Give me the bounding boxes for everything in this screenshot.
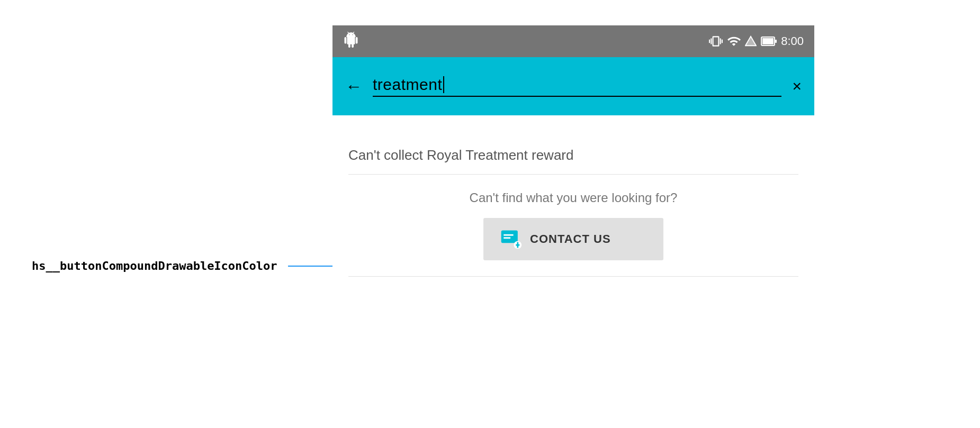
android-icon (343, 32, 359, 51)
text-cursor (443, 76, 444, 93)
svg-rect-2 (775, 40, 777, 43)
contact-section: Can't find what you were looking for? (348, 175, 798, 277)
search-input-container: treatment (373, 76, 781, 97)
vibrate-icon (709, 34, 723, 48)
cant-find-text: Can't find what you were looking for? (348, 190, 798, 205)
status-time: 8:00 (781, 34, 804, 48)
svg-rect-1 (762, 38, 774, 44)
svg-rect-5 (504, 237, 510, 239)
contact-icon (499, 227, 523, 251)
contact-us-button[interactable]: CONTACT US (483, 218, 663, 260)
signal-icon (745, 34, 757, 48)
search-text: treatment (373, 76, 442, 94)
contact-btn-label: CONTACT US (530, 232, 611, 246)
result-item[interactable]: Can't collect Royal Treatment reward (348, 136, 798, 175)
contact-btn-wrapper: CONTACT US (348, 218, 798, 260)
wifi-icon (727, 34, 741, 48)
annotation-text: hs__buttonCompoundDrawableIconColor (32, 259, 277, 272)
content-area: Can't collect Royal Treatment reward Can… (332, 115, 814, 298)
status-bar-left (343, 32, 359, 51)
svg-rect-3 (501, 231, 518, 243)
phone-container: 8:00 ← treatment × Can't collect Royal T… (332, 25, 814, 298)
result-title: Can't collect Royal Treatment reward (348, 147, 573, 163)
battery-icon (761, 35, 777, 47)
status-bar: 8:00 (332, 25, 814, 57)
close-button[interactable]: × (792, 77, 802, 95)
svg-rect-8 (517, 242, 518, 248)
svg-rect-4 (504, 234, 513, 236)
back-button[interactable]: ← (345, 77, 362, 96)
status-bar-right: 8:00 (709, 34, 804, 48)
app-bar: ← treatment × (332, 57, 814, 115)
